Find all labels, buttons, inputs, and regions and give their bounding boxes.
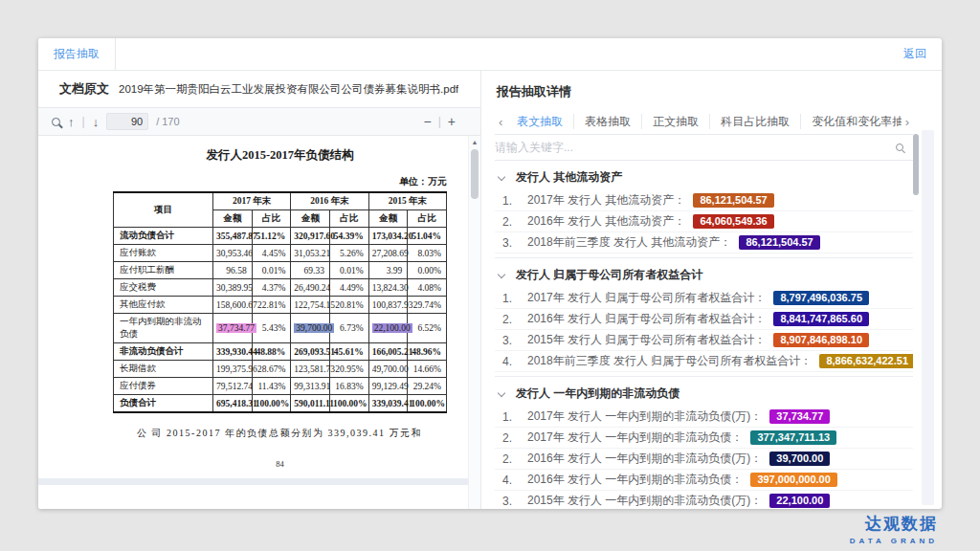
group-header[interactable]: 发行人 其他流动资产 <box>495 165 913 190</box>
table-cell: 29.24% <box>408 378 447 395</box>
page-down-icon[interactable]: ↓ <box>93 116 100 128</box>
extraction-item[interactable]: 4.2018年前三季度 发行人 归属于母公司所有者权益合计：8,866,632,… <box>495 351 913 372</box>
col-header-year: 2015 年末 <box>368 192 446 210</box>
table-cell: 14.66% <box>408 361 447 378</box>
document-source-label: 文档原文 <box>59 80 109 98</box>
table-row: 应付账款30,953.464.45%31,053.215.26%27,208.6… <box>114 245 447 262</box>
item-number: 1. <box>502 410 527 424</box>
extraction-item[interactable]: 3.2018年前三季度 发行人 其他流动资产：86,121,504.57 <box>495 232 913 253</box>
col-header-year: 2017 年末 <box>213 192 291 210</box>
value-badge[interactable]: 39,700.00 <box>769 452 830 466</box>
extraction-item[interactable]: 2.2016年 发行人 一年内到期的非流动负债(万)：39,700.00 <box>495 449 913 470</box>
zoom-separator: | <box>438 115 441 128</box>
extraction-item[interactable]: 3.2015年 发行人 一年内到期的非流动负债(万)：22,100.00 <box>495 491 913 509</box>
tab-report-extraction[interactable]: 报告抽取 <box>38 38 116 70</box>
table-cell: 695,418.31 <box>213 395 253 413</box>
chevron-down-icon[interactable] <box>498 388 505 396</box>
table-cell: 5.43% <box>252 314 291 343</box>
row-label: 应付账款 <box>114 245 213 262</box>
table-row: 应付职工薪酬96.580.01%69.330.01%3.990.00% <box>114 262 447 279</box>
row-label: 一年内到期的非流动负债 <box>114 314 213 343</box>
extraction-item[interactable]: 2.2016年 发行人 其他流动资产：64,060,549.36 <box>495 211 913 232</box>
extraction-tab-5[interactable]: 变化值和变化率抽取 <box>800 114 901 129</box>
item-label: 2017年 发行人 其他流动资产： <box>527 192 685 209</box>
pdf-scrollbar-thumb[interactable] <box>471 149 479 199</box>
table-cell: 22,100.00 <box>368 314 408 343</box>
item-number: 1. <box>502 292 527 305</box>
table-cell: 590,011.11 <box>291 395 330 413</box>
back-button[interactable]: 返回 <box>888 38 942 70</box>
list-scrollbar-thumb[interactable] <box>913 134 919 195</box>
item-label: 2018年前三季度 发行人 其他流动资产： <box>527 234 731 251</box>
value-badge[interactable]: 377,347,711.13 <box>750 430 836 445</box>
table-cell: 320,917.60 <box>291 228 330 245</box>
col-header-amount: 金额 <box>291 210 330 228</box>
panel-scroll-gutter[interactable] <box>922 130 934 505</box>
value-badge[interactable]: 8,797,496,036.75 <box>773 291 869 305</box>
table-row: 流动负债合计355,487.8751.12%320,917.6054.39%17… <box>114 228 447 245</box>
value-badge[interactable]: 8,907,846,898.10 <box>773 333 869 347</box>
table-cell: 20.95% <box>329 361 368 378</box>
value-badge[interactable]: 64,060,549.36 <box>693 214 773 229</box>
value-badge[interactable]: 37,734.77 <box>769 409 830 424</box>
item-number: 2. <box>502 452 527 466</box>
item-label: 2018年前三季度 发行人 归属于母公司所有者权益合计： <box>527 353 812 369</box>
pdf-table-title: 发行人2015-2017年负债结构 <box>113 147 447 164</box>
keyword-search-input[interactable] <box>495 141 896 154</box>
group-header[interactable]: 发行人 一年内到期的非流动负债 <box>495 381 913 407</box>
row-label: 非流动负债合计 <box>114 343 213 361</box>
value-badge[interactable]: 8,841,747,865.60 <box>773 312 869 326</box>
item-number: 3. <box>502 334 527 347</box>
page-number-input[interactable] <box>106 113 148 130</box>
scroll-up-icon[interactable]: ▲ <box>469 136 480 145</box>
pdf-search-icon[interactable] <box>52 118 60 126</box>
extraction-item[interactable]: 1.2017年 发行人 归属于母公司所有者权益合计：8,797,496,036.… <box>495 288 913 309</box>
pdf-viewport[interactable]: 发行人2015-2017年负债结构 单位：万元 项目2017 年末2016 年末… <box>38 136 480 509</box>
row-label: 应付职工薪酬 <box>114 262 213 279</box>
extraction-item[interactable]: 4.2016年 发行人 一年内到期的非流动负债：397,000,000.00 <box>495 470 913 491</box>
extraction-tab-2[interactable]: 表格抽取 <box>573 114 641 129</box>
extraction-item[interactable]: 3.2015年 发行人 归属于母公司所有者权益合计：8,907,846,898.… <box>495 330 913 351</box>
value-badge[interactable]: 397,000,000.00 <box>750 473 836 487</box>
page-total-label: / 170 <box>156 116 179 127</box>
value-badge[interactable]: 8,866,632,422.51 <box>819 354 913 368</box>
zoom-out-button[interactable]: − <box>424 115 432 128</box>
app-header: 报告抽取 返回 <box>38 38 942 71</box>
value-badge[interactable]: 22,100.00 <box>769 494 830 508</box>
table-row: 应付债券79,512.7411.43%99,313.9116.83%99,129… <box>114 378 447 395</box>
group-header[interactable]: 发行人 归属于母公司所有者权益合计 <box>495 262 913 288</box>
extraction-item[interactable]: 2.2016年 发行人 归属于母公司所有者权益合计：8,841,747,865.… <box>495 309 913 330</box>
item-label: 2015年 发行人 归属于母公司所有者权益合计： <box>527 332 766 348</box>
search-icon[interactable] <box>896 143 903 151</box>
table-head: 项目2017 年末2016 年末2015 年末金额占比金额占比金额占比 <box>114 192 447 228</box>
extraction-tab-3[interactable]: 正文抽取 <box>641 114 709 129</box>
row-label: 应交税费 <box>114 279 213 297</box>
table-cell: 4.37% <box>252 279 291 297</box>
page-up-icon[interactable]: ↑ <box>68 116 75 128</box>
extraction-item[interactable]: 1.2017年 发行人 其他流动资产：86,121,504.57 <box>495 190 913 211</box>
extraction-item[interactable]: 2.2017年 发行人 一年内到期的非流动负债：377,347,711.13 <box>495 428 913 449</box>
table-cell: 48.96% <box>408 343 447 361</box>
pdf-scrollbar[interactable]: ▲ <box>468 136 480 509</box>
value-badge[interactable]: 86,121,504.57 <box>693 193 773 208</box>
tabs-prev-icon[interactable]: ‹ <box>495 115 506 129</box>
zoom-in-button[interactable]: + <box>448 115 456 128</box>
table-cell: 30,389.95 <box>213 279 253 297</box>
table-cell: 54.39% <box>329 228 368 245</box>
extraction-tab-1[interactable]: 表文抽取 <box>506 114 573 129</box>
table-cell: 13,824.30 <box>368 279 408 297</box>
panel-title: 报告抽取详情 <box>495 71 913 109</box>
table-cell: 22.81% <box>252 297 291 314</box>
tabs-next-icon[interactable]: › <box>902 115 913 129</box>
chevron-down-icon[interactable] <box>498 270 505 277</box>
table-cell: 96.58 <box>213 262 253 279</box>
table-cell: 0.01% <box>329 262 368 279</box>
value-badge[interactable]: 86,121,504.57 <box>739 235 819 250</box>
col-header-amount: 金额 <box>368 210 408 228</box>
extraction-item[interactable]: 1.2017年 发行人 一年内到期的非流动负债(万)：37,734.77 <box>495 407 913 428</box>
extraction-tab-4[interactable]: 科目占比抽取 <box>709 114 800 129</box>
table-cell: 45.61% <box>329 343 368 361</box>
table-cell: 51.04% <box>408 228 447 245</box>
table-cell: 99,313.91 <box>291 378 330 395</box>
chevron-down-icon[interactable] <box>498 172 505 180</box>
